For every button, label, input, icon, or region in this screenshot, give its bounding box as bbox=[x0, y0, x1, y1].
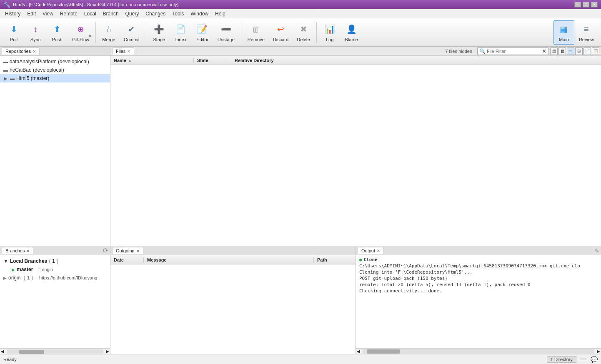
view-btn-5[interactable]: 📄 bbox=[583, 47, 591, 55]
repo-expand-3: ▶ bbox=[3, 76, 8, 81]
output-tab-item[interactable]: Output ✕ bbox=[358, 247, 384, 254]
local-branches-header[interactable]: ▼ Local Branches (1) bbox=[0, 257, 110, 265]
repositories-tab-close[interactable]: ✕ bbox=[33, 49, 36, 54]
master-branch-item[interactable]: ▶ master = origin bbox=[0, 265, 110, 274]
gitflow-icon: ⊕ bbox=[74, 22, 87, 36]
filter-clear-icon[interactable]: ✕ bbox=[542, 48, 546, 54]
menu-branch[interactable]: Branch bbox=[100, 10, 122, 17]
window-title: Html5 - [F:\CodeRepository\Html5] - Smar… bbox=[13, 2, 178, 7]
menu-history[interactable]: History bbox=[2, 10, 24, 17]
log-icon: 📊 bbox=[323, 22, 336, 36]
discard-button[interactable]: ↩ Discard bbox=[269, 20, 292, 45]
view-btn-1[interactable]: ▤ bbox=[550, 47, 558, 55]
origin-expand-icon: ▶ bbox=[3, 276, 7, 280]
toolbar-group-stage: ➕ Stage 📄 Index 📝 Editor ➖ Unstage bbox=[149, 20, 238, 45]
merge-icon: ⑃ bbox=[102, 22, 115, 36]
file-filter-input[interactable] bbox=[487, 49, 541, 54]
maximize-button[interactable]: □ bbox=[583, 2, 589, 7]
menu-help[interactable]: Help bbox=[212, 10, 229, 17]
push-button[interactable]: ⬆ Push bbox=[47, 20, 68, 45]
editor-button[interactable]: 📝 Editor bbox=[192, 20, 213, 45]
minimize-button[interactable]: ─ bbox=[574, 2, 581, 7]
repo-icon-3: ▬ bbox=[10, 76, 15, 81]
branches-tab-item[interactable]: Branches ✕ bbox=[2, 247, 33, 254]
output-scroll-track[interactable] bbox=[363, 349, 594, 354]
outgoing-tab-close[interactable]: ✕ bbox=[136, 249, 140, 253]
repositories-tab-item[interactable]: Repositories ✕ bbox=[2, 47, 40, 55]
stage-button[interactable]: ➕ Stage bbox=[149, 20, 170, 45]
review-icon: ≡ bbox=[580, 22, 593, 36]
files-table: Name ▲ State Relative Directory bbox=[110, 56, 601, 246]
view-btn-4[interactable]: ⊞ bbox=[575, 47, 583, 55]
col-state-header[interactable]: State bbox=[194, 58, 231, 63]
outgoing-path-header[interactable]: Path bbox=[314, 257, 356, 262]
toolbar-sep-3 bbox=[241, 22, 241, 43]
outgoing-tab-item[interactable]: Outgoing ✕ bbox=[112, 247, 143, 254]
col-name-header[interactable]: Name ▲ bbox=[110, 58, 194, 63]
outgoing-date-header[interactable]: Date bbox=[110, 257, 144, 262]
log-button[interactable]: 📊 Log bbox=[319, 20, 340, 45]
menu-remote[interactable]: Remote bbox=[57, 10, 81, 17]
outgoing-content bbox=[110, 264, 356, 354]
menu-changes[interactable]: Changes bbox=[142, 10, 169, 17]
blame-button[interactable]: 👤 Blame bbox=[341, 20, 362, 45]
status-badge-2 bbox=[580, 359, 587, 360]
toolbar-sep-1 bbox=[95, 22, 96, 43]
unstage-button[interactable]: ➖ Unstage bbox=[214, 20, 238, 45]
output-panel: Output ✕ ✎ ● Clone C:\Users\ADMINI~1\App… bbox=[356, 246, 601, 354]
repo-icon-2: ▬ bbox=[3, 67, 8, 72]
commit-button[interactable]: ✔ Commit bbox=[120, 20, 143, 45]
output-clone-label: Clone bbox=[364, 257, 378, 262]
origin-group[interactable]: ▶ origin (1) - https://github.com/IDluoy… bbox=[0, 274, 110, 282]
merge-button[interactable]: ⑃ Merge bbox=[98, 20, 119, 45]
branches-scrollbar[interactable]: ◀ ▶ bbox=[0, 348, 110, 354]
branches-scroll-right[interactable]: ▶ bbox=[105, 349, 110, 354]
outgoing-tab-label: Outgoing bbox=[116, 248, 135, 253]
sort-arrow: ▲ bbox=[128, 58, 132, 62]
filter-search-icon: 🔍 bbox=[479, 48, 486, 54]
menu-view[interactable]: View bbox=[39, 10, 57, 17]
chat-icon[interactable]: 💬 bbox=[591, 356, 598, 363]
toolbar-group-log: 📊 Log 👤 Blame bbox=[319, 20, 362, 45]
delete-button[interactable]: ✖ Delete bbox=[293, 20, 314, 45]
branches-scroll-track[interactable] bbox=[7, 349, 103, 354]
master-remote: = origin bbox=[38, 267, 53, 272]
branches-tab-close[interactable]: ✕ bbox=[26, 249, 30, 253]
files-tab-close[interactable]: ✕ bbox=[127, 49, 130, 54]
menu-edit[interactable]: Edit bbox=[24, 10, 39, 17]
close-button[interactable]: ✕ bbox=[591, 2, 598, 7]
branches-scroll-left[interactable]: ◀ bbox=[0, 349, 5, 354]
view-btn-3[interactable]: ≡ bbox=[567, 47, 574, 55]
output-scroll-left[interactable]: ◀ bbox=[356, 349, 361, 354]
menu-bar: History Edit View Remote Local Branch Qu… bbox=[0, 9, 601, 18]
menu-tools[interactable]: Tools bbox=[169, 10, 187, 17]
files-tab-item[interactable]: Files ✕ bbox=[112, 47, 134, 55]
index-button[interactable]: 📄 Index bbox=[170, 20, 191, 45]
repo-item[interactable]: ▬ dataAnalysisPlatform (developlocal) bbox=[0, 57, 110, 66]
sync-button[interactable]: ↕ Sync bbox=[25, 20, 46, 45]
repo-item-2[interactable]: ▬ heCaiBao (developlocal) bbox=[0, 66, 110, 74]
review-button[interactable]: ≡ Review bbox=[575, 20, 598, 45]
output-h-scrollbar[interactable]: ◀ ▶ bbox=[356, 348, 601, 354]
view-btn-2[interactable]: ▦ bbox=[558, 47, 566, 55]
menu-window[interactable]: Window bbox=[187, 10, 212, 17]
output-tab-close[interactable]: ✕ bbox=[377, 249, 380, 253]
outgoing-message-header[interactable]: Message bbox=[144, 257, 314, 262]
menu-local[interactable]: Local bbox=[81, 10, 100, 17]
pull-button[interactable]: ⬇ Pull bbox=[3, 20, 24, 45]
remove-button[interactable]: 🗑 Remove bbox=[244, 20, 268, 45]
sync-label: Sync bbox=[30, 37, 40, 42]
gitflow-button[interactable]: ⊕ Git-Flow ▼ bbox=[68, 20, 93, 45]
output-scroll-right[interactable]: ▶ bbox=[596, 349, 601, 354]
main-icon: ▦ bbox=[557, 22, 571, 36]
menu-query[interactable]: Query bbox=[122, 10, 143, 17]
view-btn-6[interactable]: 📋 bbox=[592, 47, 599, 55]
output-line-cmd: C:\Users\ADMINI~1\AppData\Local\Temp\sma… bbox=[359, 263, 598, 269]
repositories-tab-label: Repositories bbox=[5, 49, 31, 54]
output-edit-icon[interactable]: ✎ bbox=[594, 247, 599, 254]
main-button[interactable]: ▦ Main bbox=[553, 20, 574, 45]
local-branches-label: Local Branches bbox=[10, 258, 47, 264]
col-reldir-header[interactable]: Relative Directory bbox=[231, 58, 601, 63]
repo-item-3[interactable]: ▶ ▬ Html5 (master) bbox=[0, 74, 110, 82]
branches-refresh-icon[interactable]: ⟳ bbox=[103, 247, 108, 254]
